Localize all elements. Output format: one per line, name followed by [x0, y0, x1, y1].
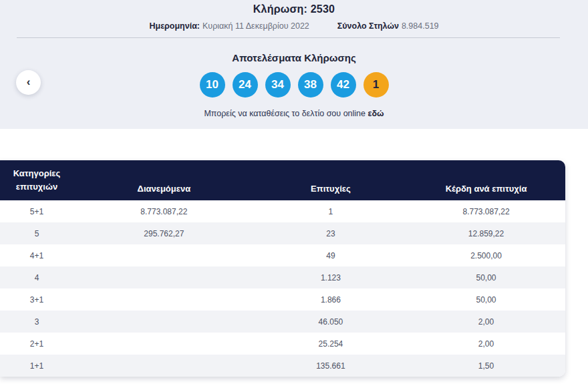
cell-category: 3	[0, 317, 74, 327]
number-ball: 38	[298, 72, 323, 98]
header-categories: Κατηγορίες επιτυχιών	[0, 167, 74, 194]
number-ball: 10	[200, 72, 225, 98]
prize-table: Κατηγορίες επιτυχιών Διανεμόμενα Επιτυχί…	[0, 160, 565, 377]
cta-text: Μπορείς να καταθέσεις το δελτίο σου onli…	[204, 109, 365, 118]
cell-winners: 25.254	[255, 339, 407, 349]
header-distributed: Διανεμόμενα	[74, 184, 255, 194]
header-prize: Κέρδη ανά επιτυχία	[407, 184, 565, 194]
cell-winners: 135.661	[255, 361, 407, 371]
cell-winners: 1.866	[255, 295, 407, 305]
table-row: 41.12350,00	[0, 266, 565, 288]
winning-numbers: 10243438421	[0, 72, 588, 98]
cell-distributed: 8.773.087,22	[74, 207, 255, 216]
cell-prize: 50,00	[407, 295, 565, 305]
draw-title-label: Κλήρωση:	[253, 3, 307, 15]
number-ball: 42	[331, 72, 356, 98]
number-ball: 24	[233, 72, 258, 98]
table-row: 2+125.2542,00	[0, 333, 565, 355]
bonus-ball: 1	[363, 72, 389, 98]
cta-link[interactable]: εδώ	[368, 109, 384, 118]
cell-prize: 2,00	[407, 339, 565, 349]
draw-number: 2530	[311, 3, 335, 15]
chevron-left-icon: ‹	[27, 76, 31, 87]
cta-line: Μπορείς να καταθέσεις το δελτίο σου onli…	[0, 109, 588, 118]
table-row: 4+1492.500,00	[0, 244, 565, 266]
table-row: 3+11.86650,00	[0, 288, 565, 311]
draw-meta: Ημερομηνία:Κυριακή 11 Δεκεμβρίου 2022 Σύ…	[0, 21, 588, 31]
cell-winners: 23	[255, 229, 407, 238]
table-row: 346.0502,00	[0, 311, 565, 333]
cell-prize: 8.773.087,22	[407, 207, 565, 216]
draw-date-label: Ημερομηνία:	[149, 21, 200, 31]
draw-date-value: Κυριακή 11 Δεκεμβρίου 2022	[202, 21, 309, 31]
total-columns-label: Σύνολο Στηλών	[337, 21, 399, 31]
cell-prize: 12.859,22	[407, 229, 565, 238]
cell-prize: 1,50	[407, 361, 565, 371]
cell-winners: 1.123	[255, 273, 407, 282]
cell-prize: 50,00	[407, 273, 565, 282]
cell-prize: 2,00	[407, 317, 565, 327]
table-row: 1+1135.6611,50	[0, 355, 565, 377]
draw-date: Ημερομηνία:Κυριακή 11 Δεκεμβρίου 2022	[149, 21, 309, 31]
draw-title: Κλήρωση: 2530	[0, 0, 588, 15]
cell-distributed: 295.762,27	[74, 229, 255, 238]
carousel-prev-button[interactable]: ‹	[16, 70, 41, 95]
draw-banner: Κλήρωση: 2530 Ημερομηνία:Κυριακή 11 Δεκε…	[0, 0, 588, 129]
cell-category: 2+1	[0, 339, 74, 349]
header-divider	[17, 37, 560, 38]
cell-category: 5	[0, 229, 74, 238]
cell-winners: 46.050	[255, 317, 407, 327]
results-heading: Αποτελέσματα Κλήρωσης	[0, 52, 588, 63]
cell-category: 5+1	[0, 207, 74, 216]
cell-category: 4	[0, 273, 74, 282]
cell-prize: 2.500,00	[407, 251, 565, 260]
table-row: 5+18.773.087,2218.773.087,22	[0, 200, 565, 222]
cell-category: 3+1	[0, 295, 74, 305]
cell-category: 1+1	[0, 361, 74, 371]
prize-table-header: Κατηγορίες επιτυχιών Διανεμόμενα Επιτυχί…	[0, 160, 565, 200]
total-columns: Σύνολο Στηλών8.984.519	[337, 21, 439, 31]
total-columns-value: 8.984.519	[402, 21, 439, 31]
cell-winners: 1	[255, 207, 407, 216]
cell-category: 4+1	[0, 251, 74, 260]
prize-table-body: 5+18.773.087,2218.773.087,225295.762,272…	[0, 200, 565, 377]
table-row: 5295.762,272312.859,22	[0, 222, 565, 244]
cell-winners: 49	[255, 251, 407, 260]
number-ball: 34	[265, 72, 291, 98]
header-winners: Επιτυχίες	[255, 184, 407, 194]
